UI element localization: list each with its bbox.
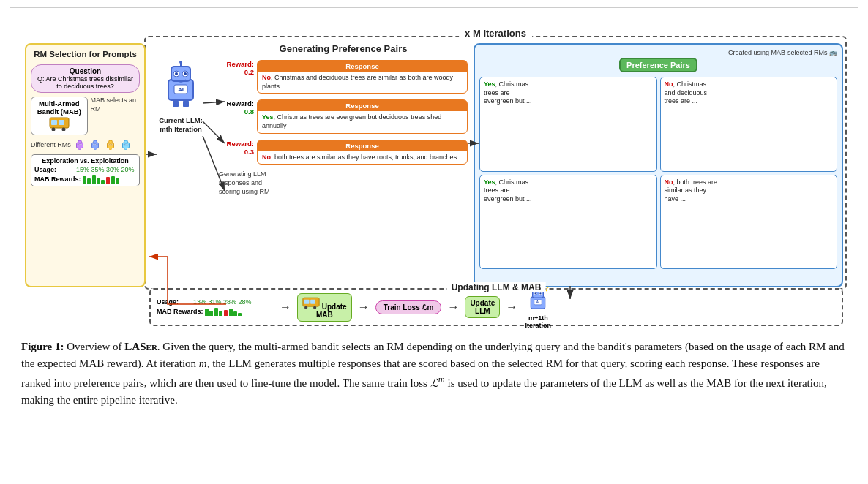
update-mab-text: Update MAB: [316, 303, 347, 319]
mab-title: Multi-ArmedBandit (MAB): [34, 99, 84, 116]
svg-point-9: [78, 144, 80, 145]
update-mab-box: Update MAB: [297, 293, 352, 322]
gen-llm-label: Generating LLM responses and scoring usi…: [219, 170, 274, 196]
svg-rect-47: [310, 299, 315, 303]
caption: Figure 1: Overview of LASer. Given the q…: [21, 339, 847, 409]
mab-rewards-row: MAB Rewards:: [34, 175, 136, 184]
usage-label: Usage:: [34, 166, 75, 173]
svg-point-31: [127, 144, 128, 145]
svg-text:AI: AI: [178, 86, 184, 93]
robot4-icon: [119, 138, 132, 151]
response-box-1: Response No, Christmas and deciduous tre…: [257, 60, 468, 94]
u-bar-2-2: [219, 311, 222, 316]
figure-label: Figure 1:: [21, 341, 64, 352]
llm-robot-svg: AI: [155, 59, 206, 110]
svg-rect-2: [59, 120, 64, 125]
iterations-label: x M Iterations: [459, 28, 532, 39]
svg-point-48: [304, 306, 307, 309]
diff-rms-row: Different RMs: [31, 138, 140, 151]
svg-point-57: [540, 292, 542, 294]
svg-text:✦: ✦: [547, 286, 550, 290]
svg-point-10: [81, 144, 82, 145]
u-bar-4-2: [233, 311, 237, 316]
svg-point-40: [184, 72, 187, 75]
update-llm-text: Update LLM: [470, 299, 495, 315]
responses-title: Generating Preference Pairs: [219, 43, 468, 54]
update-mab-row: MAB Rewards:: [157, 307, 274, 316]
pref-card-4: No, both trees aresimilar as theyhave ..…: [660, 175, 838, 270]
bar-g3-1: [106, 177, 110, 184]
pref-grid: Yes, Christmastrees areevergreen but ...…: [479, 77, 837, 269]
diff-rms-label: Different RMs: [31, 141, 71, 148]
train-loss-text: Train Loss ℒm: [384, 303, 434, 311]
response-item-3: Reward:0.3 Response No, both trees are s…: [219, 140, 468, 165]
response-box-2: Response Yes, Christmas trees are evergr…: [257, 99, 468, 133]
robot3-icon: [104, 138, 117, 151]
reward-1: Reward:0.2: [219, 60, 254, 76]
svg-rect-11: [78, 148, 81, 150]
mab-section: Multi-ArmedBandit (MAB) MAB selects an R…: [31, 97, 140, 135]
response-item-2: Reward:0.8 Response Yes, Christmas trees…: [219, 99, 468, 133]
question-label: Question: [36, 67, 135, 75]
rm-panel-title: RM Selection for Prompts: [31, 49, 140, 60]
pref-card-1: Yes, Christmastrees areevergreen but ...: [479, 77, 657, 172]
arrow-right-2: →: [358, 300, 370, 314]
rm-panel: RM Selection for Prompts Question Q: Are…: [25, 43, 146, 287]
laser-label: LASer: [124, 341, 157, 352]
bar-g4-1: [111, 176, 115, 184]
bar-group-1: [83, 175, 91, 184]
bar-g1-2: [87, 178, 91, 184]
svg-point-30: [124, 144, 126, 145]
iteration-label: m+1th Iteration: [525, 314, 552, 329]
pref-pairs-title: Preference Pairs: [619, 58, 697, 72]
u-bar-1-2: [209, 311, 213, 316]
update-bars: [205, 307, 242, 316]
svg-point-36: [179, 61, 182, 64]
pref-created-label: Created using MAB-selected RMs 🚌: [479, 49, 837, 56]
response-item-1: Reward:0.2 Response No, Christmas and de…: [219, 60, 468, 94]
u-bar-group-4: [229, 307, 242, 316]
svg-rect-32: [124, 148, 127, 150]
u-bar-group-3: [224, 307, 228, 316]
update-llm-box: Update LLM: [465, 296, 500, 318]
svg-rect-41: [173, 100, 179, 107]
svg-rect-20: [109, 140, 113, 143]
response-text-2: Yes, Christmas trees are evergreen but d…: [262, 113, 463, 130]
update-mab-label: MAB Rewards:: [157, 308, 203, 315]
update-usage-values: 13% 31% 28% 28%: [193, 298, 252, 306]
u-bar-group-2: [214, 307, 222, 316]
svg-point-39: [175, 72, 178, 75]
mab-selects-text: MAB selects an RM: [91, 97, 141, 113]
u-bar-4-1: [229, 309, 233, 316]
update-bus-icon: [302, 296, 320, 309]
response-header-1: Response: [258, 61, 467, 72]
reward-3: Reward:0.3: [219, 140, 254, 156]
svg-rect-46: [304, 299, 310, 303]
bar-group-3: [106, 175, 110, 184]
train-loss-box: Train Loss ℒm: [375, 300, 442, 314]
llm-robot: AI Current LLM: mth Iteration: [151, 59, 210, 135]
response-header-3: Response: [258, 140, 467, 151]
exploration-title: Exploration vs. Exploitation: [34, 157, 136, 165]
svg-rect-25: [109, 148, 111, 150]
svg-rect-42: [183, 100, 189, 107]
svg-point-23: [109, 144, 111, 145]
figure-container: x M Iterations RM Selection for Prompts …: [10, 7, 858, 420]
svg-rect-1: [51, 120, 57, 125]
svg-point-49: [313, 306, 316, 309]
update-usage-row: Usage: 13% 31% 28% 28%: [157, 298, 274, 306]
svg-text:AI: AI: [536, 300, 540, 304]
svg-point-56: [535, 292, 536, 294]
bar-group-4: [111, 175, 119, 184]
robot1-icon: [73, 138, 86, 151]
mab-label-box: Multi-ArmedBandit (MAB): [31, 97, 88, 135]
bar-g2-3: [101, 180, 105, 184]
question-text: Q: Are Christmas trees dissimilar to dec…: [36, 75, 135, 90]
bar-group-2: [92, 175, 105, 184]
update-usage-label: Usage:: [157, 298, 192, 306]
response-header-2: Response: [258, 100, 467, 111]
u-bar-2-1: [214, 308, 218, 316]
bus-icon: [49, 116, 70, 131]
question-box: Question Q: Are Christmas trees dissimil…: [31, 64, 140, 93]
pref-area: Created using MAB-selected RMs 🚌 Prefere…: [474, 43, 843, 287]
